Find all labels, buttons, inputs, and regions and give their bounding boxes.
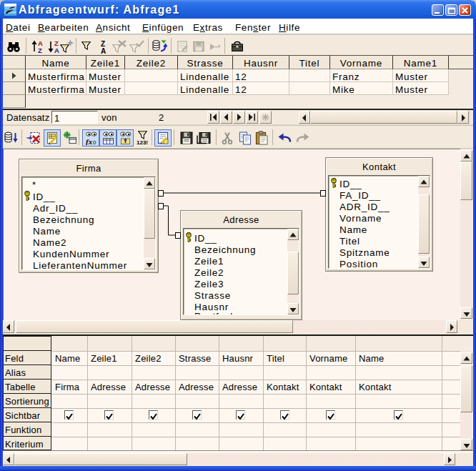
svg-text:A: A xyxy=(54,46,59,54)
svg-text:fx: fx xyxy=(86,137,93,146)
svg-text:123!: 123! xyxy=(137,139,148,145)
svg-text:A: A xyxy=(101,47,106,54)
svg-text:0: 0 xyxy=(93,139,96,146)
svg-text:Z: Z xyxy=(38,46,42,54)
